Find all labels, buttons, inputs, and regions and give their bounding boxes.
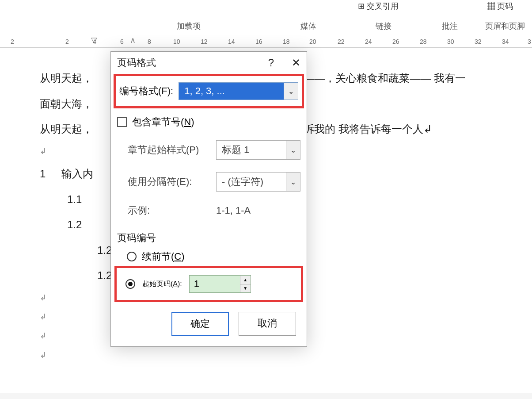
include-chapter-checkbox[interactable] [117,117,127,127]
chevron-down-icon[interactable]: ⌄ [286,173,300,191]
dialog-actions: 确定 取消 [111,309,307,346]
ribbon-group-headerfooter[interactable]: 页眉和页脚 [485,21,525,31]
start-at-highlight: 起始页码(A): 1 ▲ ▼ [114,266,303,302]
ribbon: ⊞ 交叉引用 ▦ 页码 加载项 媒体 链接 批注 页眉和页脚 [0,0,532,36]
chapter-start-label: 章节起始样式(P) [128,143,212,157]
cancel-button[interactable]: 取消 [239,312,296,336]
ribbon-group-media[interactable]: 媒体 [300,21,316,31]
ruler-left-margin: 2 [11,38,14,45]
continue-previous-radio[interactable] [127,252,137,261]
tab-marker-icon[interactable]: ∧ [130,35,136,45]
number-format-select[interactable]: 1, 2, 3, ... ⌄ [179,82,298,100]
ribbon-group-links[interactable]: 链接 [376,21,391,31]
chevron-down-icon[interactable]: ⌄ [286,141,300,159]
chevron-down-icon[interactable]: ⌄ [284,83,298,100]
continue-previous-label: 续前节(C) [142,250,185,263]
include-chapter-row[interactable]: 包含章节号(N) [111,113,307,134]
separator-select[interactable]: - (连字符) ⌄ [216,172,300,192]
chapter-start-select[interactable]: 标题 1 ⌄ [216,140,300,160]
ruler[interactable]: 2 ▽ ∧ 2 4 6 8 10 12 14 16 18 20 22 24 26… [0,36,532,48]
start-at-radio[interactable] [125,279,135,289]
ribbon-crossref-label: ⊞ 交叉引用 [358,1,399,12]
start-at-value[interactable]: 1 [190,276,240,292]
example-label: 示例: [128,204,212,217]
dialog-title-text: 页码格式 [117,56,156,69]
ribbon-group-comments[interactable]: 批注 [442,21,458,31]
dialog-titlebar: 页码格式 ? ✕ [111,52,307,71]
number-format-label: 编号格式(F): [119,84,173,98]
example-value: 1-1, 1-A [216,205,251,216]
page-numbering-section: 页码编号 [111,226,307,246]
spinner-up-icon[interactable]: ▲ [240,276,251,284]
include-chapter-label: 包含章节号(N) [132,115,194,129]
number-format-value: 1, 2, 3, ... [179,83,284,100]
close-button[interactable]: ✕ [292,57,300,69]
page-number-format-dialog: 页码格式 ? ✕ 编号格式(F): 1, 2, 3, ... ⌄ 包含章节号(N… [110,51,307,347]
paragraph-mark: ↲ [40,346,492,365]
spinner-down-icon[interactable]: ▼ [240,284,251,293]
ribbon-pagenum-label: ▦ 页码 [487,1,513,12]
ok-button[interactable]: 确定 [171,312,229,336]
separator-label: 使用分隔符(E): [128,175,212,188]
continue-previous-row[interactable]: 续前节(C) [111,246,307,266]
chapter-options: 章节起始样式(P) 标题 1 ⌄ 使用分隔符(E): - (连字符) ⌄ 示例:… [111,134,307,226]
ribbon-group-addins[interactable]: 加载项 [177,21,201,31]
number-format-highlight: 编号格式(F): 1, 2, 3, ... ⌄ [114,74,304,108]
start-at-label: 起始页码(A): [142,280,182,289]
help-button[interactable]: ? [268,57,274,69]
start-at-spinner[interactable]: 1 ▲ ▼ [189,275,251,293]
